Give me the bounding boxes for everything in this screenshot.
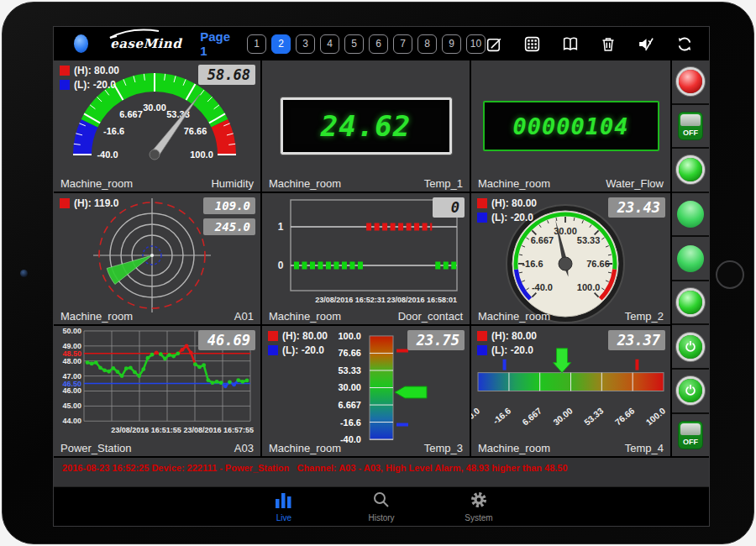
svg-text:100.0: 100.0 [190,150,213,160]
value-display: 0 [433,197,465,218]
nav-label: History [368,513,394,522]
page-buttons: 12345678910 [247,34,486,54]
page-button-8[interactable]: 8 [417,34,437,54]
logo-swoosh-icon [107,29,174,40]
widget-a03-linechart[interactable]: 50.0049.0048.5048.0047.0046.5046.0045.00… [54,326,260,456]
off-rocker-switch[interactable]: OFF [678,112,703,140]
green-indicator-lamp[interactable] [677,245,704,272]
indicator-cell-4 [672,193,709,238]
svg-text:23/08/2016 16:57:55: 23/08/2016 16:57:55 [183,426,254,434]
page-button-2[interactable]: 2 [271,34,291,54]
app-logo: easeMind [110,36,181,51]
page-button-9[interactable]: 9 [442,34,461,54]
edit-icon[interactable] [486,35,503,53]
widget-doorcontact-chart[interactable]: 1023/08/2016 16:52:3123/08/2016 16:58:01… [262,193,470,324]
nav-system[interactable]: System [452,491,506,522]
page-button-5[interactable]: 5 [344,34,364,54]
alarm-bar: 2016-08-23 16:52:25 Device: 222111 - Pow… [54,458,709,486]
high-limit-swatch [477,198,487,208]
widget-waterflow-counter[interactable]: 00000104 Machine_roomWater_Flow [471,60,670,192]
alarm-message: 2016-08-23 16:52:25 Device: 222111 - Pow… [54,458,709,473]
widget-a01-radar[interactable]: (H): 119.0 109.0 245.0 Machine_roomA01 [54,193,260,324]
page-label: Page 1 [200,29,232,58]
nav-live[interactable]: Live [257,491,311,522]
page-button-4[interactable]: 4 [320,34,339,54]
trash-icon[interactable] [600,35,617,53]
page-button-6[interactable]: 6 [369,34,388,54]
device-label: Machine_room [269,310,341,323]
high-limit-label: (H): 80.00 [491,197,537,209]
widget-temp3-verticalbar[interactable]: 100.076.6653.3330.006.667-16.6-40.0 (H):… [262,326,470,456]
widget-temp4-horizontalbar[interactable]: -40.0-16.66.66730.0053.3376.66100.0 (H):… [471,326,670,456]
page-button-3[interactable]: 3 [296,34,315,54]
svg-text:23/08/2016 16:52:31: 23/08/2016 16:52:31 [315,296,386,304]
channel-label: Water_Flow [606,177,664,190]
value-display: 23.37 [608,330,665,350]
channel-label: Temp_1 [424,177,463,190]
radar-magnitude-display: 109.0 [203,197,255,214]
svg-text:23/08/2016 16:51:55: 23/08/2016 16:51:55 [111,426,181,434]
svg-text:76.66: 76.66 [613,406,636,427]
green-indicator-light[interactable] [679,158,702,181]
red-indicator-light[interactable] [679,70,702,93]
device-label: Machine_room [269,442,341,454]
svg-text:53.33: 53.33 [577,235,601,245]
refresh-icon[interactable] [675,35,694,53]
high-limit-label: (H): 80.00 [491,330,537,342]
widget-temp2-dial[interactable]: -40.0-16.66.66730.0053.3376.66100.0 (H):… [471,193,670,324]
indicator-cell-2: OFF [672,105,709,150]
connection-status-icon[interactable] [74,34,88,53]
value-display: 23.43 [608,197,665,218]
svg-text:100.0: 100.0 [338,331,361,341]
counter-display: 00000104 [483,101,659,151]
indicator-cell-9: OFF [672,414,709,457]
svg-text:6.667: 6.667 [531,235,554,245]
svg-text:53.33: 53.33 [582,406,605,427]
device-label: Machine_room [478,442,550,454]
page-button-10[interactable]: 10 [466,34,486,54]
toolbar-icons [486,35,694,53]
book-icon[interactable] [561,35,580,53]
indicator-cell-6 [672,281,709,326]
switch-label: OFF [679,129,702,137]
high-limit-label: (H): 80.00 [74,65,119,76]
low-limit-label: (L): -20.0 [491,344,533,356]
channel-label: A03 [234,442,254,454]
page-button-7[interactable]: 7 [393,34,412,54]
channel-label: Temp_2 [625,310,664,323]
toolbar: easeMind Page 1 12345678910 [54,27,709,60]
off-rocker-switch[interactable]: OFF [678,421,703,449]
svg-text:6.667: 6.667 [119,109,143,119]
page-button-1[interactable]: 1 [247,34,266,54]
svg-text:-16.6: -16.6 [522,259,543,269]
green-indicator-light[interactable] [679,291,702,314]
high-limit-swatch [477,331,487,341]
digital-display: 24.62 [281,97,452,155]
nav-history[interactable]: History [354,491,408,522]
svg-text:76.66: 76.66 [338,348,361,358]
power-button[interactable] [679,379,702,402]
channel-label: Temp_4 [625,442,664,454]
counter-value: 00000104 [512,113,628,139]
device-label: Machine_room [478,177,550,190]
svg-text:6.667: 6.667 [338,400,361,410]
digital-value: 24.62 [321,109,411,143]
svg-text:30.00: 30.00 [338,383,361,393]
channel-label: A01 [234,310,254,323]
indicator-cell-7 [672,325,709,370]
svg-text:46.00: 46.00 [62,387,81,396]
switch-flap [680,423,701,435]
low-limit-label: (L): -20.0 [282,344,324,356]
mute-icon[interactable] [637,35,655,53]
widget-humidity-gauge[interactable]: -40.0-16.66.66730.0053.3376.66100.0 (H):… [54,60,260,192]
green-indicator-lamp[interactable] [677,201,704,228]
keypad-icon[interactable] [523,35,541,53]
home-button[interactable] [716,260,744,289]
power-button[interactable] [679,335,702,359]
switch-label: OFF [679,438,702,446]
indicator-cell-1 [672,60,709,105]
low-limit-label: (L): -20.0 [491,212,533,223]
widget-temp1-digital[interactable]: 24.62 Machine_roomTemp_1 [262,60,470,192]
channel-label: Temp_3 [424,442,463,454]
value-display: 23.75 [407,330,465,350]
